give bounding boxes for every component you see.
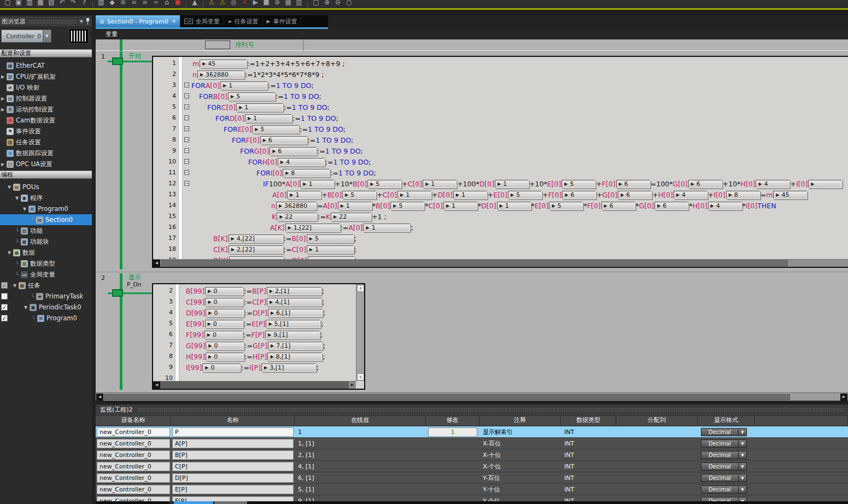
- collapse-arrow-icon[interactable]: ▼: [23, 305, 28, 310]
- variable-name-cell[interactable]: P: [171, 426, 295, 438]
- scroll-left-icon[interactable]: ◀: [96, 394, 103, 401]
- sidebar-item-motion-control-settings[interactable]: ▶⚙运动控制设置: [0, 104, 92, 115]
- contact-element[interactable]: [112, 57, 123, 65]
- value-box[interactable]: ▶45: [200, 60, 247, 68]
- value-box[interactable]: ▶0: [205, 298, 243, 306]
- value-box[interactable]: ▶22: [277, 213, 317, 221]
- device-name-value[interactable]: new_Controller_0: [97, 427, 170, 437]
- sidebar-item-ethercat[interactable]: ▦EtherCAT: [0, 60, 92, 71]
- expand-arrow-icon[interactable]: ▶: [0, 107, 5, 112]
- value-box[interactable]: ▶8,[1]: [267, 353, 322, 361]
- value-box[interactable]: ▶1,[22]: [285, 224, 340, 232]
- value-box[interactable]: ▶1: [453, 191, 487, 199]
- pin-icon[interactable]: [85, 18, 90, 25]
- variable-name-value[interactable]: C[P]: [172, 462, 294, 471]
- st-inline-box-1[interactable]: 1m▶45:=1+2+3+4+5+6+7+8+9 ;2n▶362880:=1*2…: [152, 56, 848, 268]
- value-box[interactable]: ▶362880: [276, 202, 317, 210]
- sidebar-item-cpu-rack[interactable]: ▶▥CPU/扩展机架: [0, 71, 92, 82]
- variable-name-value[interactable]: E[P]: [172, 485, 294, 494]
- rung-number[interactable]: 1: [101, 53, 105, 60]
- value-box[interactable]: ▶5: [367, 180, 401, 188]
- tree-item-global-variables[interactable]: └var全局变量: [0, 269, 92, 280]
- st-vscrollbar[interactable]: ∧ ∨: [356, 284, 364, 381]
- redo-icon[interactable]: ↷: [68, 0, 79, 8]
- st-hscrollbar[interactable]: ◀: [153, 259, 848, 267]
- value-box[interactable]: ▶6: [270, 147, 317, 155]
- value-box[interactable]: ▶4,[22]: [229, 235, 283, 243]
- checkbox-periodic-task0[interactable]: ✓: [1, 304, 8, 310]
- sidebar-item-controller-settings[interactable]: ▶▤控制器设置: [0, 93, 92, 104]
- collapse-box-icon[interactable]: −: [184, 137, 189, 142]
- tab-event-settings[interactable]: ▶事件设置: [263, 15, 302, 27]
- value-box[interactable]: ▶6: [260, 136, 307, 144]
- watch-row[interactable]: new_Controller_0C[P]4, [1]X-个位INTDecimal…: [96, 461, 848, 472]
- rung-number[interactable]: 2: [101, 274, 105, 282]
- value-box[interactable]: ▶5: [390, 202, 424, 210]
- variable-name-cell[interactable]: D[P]: [171, 472, 295, 484]
- editor-hscrollbar[interactable]: ◀ ▶: [96, 392, 848, 401]
- value-box[interactable]: ▶6: [618, 191, 652, 199]
- watch-row[interactable]: new_Controller_0E[P]5, [1]Y-十位INTDecimal…: [96, 484, 848, 495]
- print-icon[interactable]: ▤: [46, 0, 57, 8]
- st-hscrollbar[interactable]: ◀ ▶: [153, 381, 356, 389]
- collapse-box-icon[interactable]: −: [184, 148, 189, 153]
- tree-item-primary-task[interactable]: └▰PrimaryTask: [0, 291, 92, 302]
- value-box[interactable]: ▶1: [338, 202, 372, 210]
- chevron-down-icon[interactable]: ▼: [738, 486, 746, 493]
- value-box[interactable]: ▶4,[1]: [267, 298, 321, 306]
- collapse-arrow-icon[interactable]: ▼: [14, 196, 20, 201]
- sidebar-item-task-settings[interactable]: ▨任务设置: [0, 137, 92, 148]
- value-box[interactable]: ▶6: [601, 202, 635, 210]
- checkbox-task-program0[interactable]: ✓: [1, 315, 8, 321]
- value-box[interactable]: ▶0: [206, 309, 244, 317]
- sidebar-item-data-trace-settings[interactable]: ≈数据跟踪设置: [0, 148, 92, 159]
- device-name-cell[interactable]: new_Controller_0: [96, 461, 171, 472]
- controller-select[interactable]: _Controller_0 ▼: [1, 30, 51, 43]
- section-configuration[interactable]: 配置和设置: [0, 49, 92, 57]
- run-icon[interactable]: ▶: [250, 0, 261, 8]
- device-name-cell[interactable]: new_Controller_0: [96, 484, 171, 495]
- value-box[interactable]: ▶5: [562, 180, 595, 188]
- value-box[interactable]: ▶0: [202, 364, 241, 372]
- value-box[interactable]: ▶22: [331, 213, 371, 221]
- value-box[interactable]: ▶5: [307, 235, 354, 243]
- collapse-box-icon[interactable]: −: [184, 159, 189, 164]
- modify-cell[interactable]: 1: [426, 426, 479, 438]
- collapse-box-icon[interactable]: −: [184, 83, 189, 87]
- variable-table-icon[interactable]: ⊕: [118, 0, 128, 8]
- value-box[interactable]: ▶8: [283, 169, 330, 177]
- value-box[interactable]: ▶1: [307, 245, 354, 254]
- chevron-down-icon[interactable]: ▼: [738, 463, 746, 470]
- tree-item-tasks[interactable]: ✓▼▦任务: [0, 280, 92, 291]
- modify-cell[interactable]: [426, 472, 479, 484]
- value-box[interactable]: ▶0: [205, 320, 243, 328]
- variable-name-cell[interactable]: B[P]: [171, 449, 295, 461]
- watch-row[interactable]: new_Controller_0B[P]2, [1]X-十位INTDecimal…: [96, 449, 848, 461]
- display-format-select[interactable]: Decimal▼: [701, 428, 747, 436]
- variable-name-value[interactable]: D[P]: [172, 473, 294, 483]
- pointer-icon[interactable]: ◆: [107, 0, 118, 8]
- value-box[interactable]: ▶6: [562, 191, 596, 199]
- help-icon[interactable]: ?: [79, 0, 90, 8]
- value-box[interactable]: ▶8: [726, 191, 760, 199]
- column-header-1[interactable]: 设备名称: [96, 416, 171, 425]
- tree-item-programs[interactable]: ▼▣程序: [0, 192, 92, 203]
- modify-cell[interactable]: [426, 461, 479, 472]
- sidebar-item-opc-ua-settings[interactable]: ▶□OPC UA设置: [0, 159, 92, 169]
- value-box[interactable]: ▶0: [206, 342, 244, 350]
- column-header-6[interactable]: 数据类型: [561, 416, 616, 425]
- display-format-select[interactable]: Decimal▼: [701, 439, 747, 448]
- build-warning-icon[interactable]: ⚠: [206, 0, 217, 8]
- watch-row[interactable]: new_Controller_0P11显示解索引INTDecimal▼: [96, 426, 848, 438]
- scrollbar-thumb[interactable]: [104, 394, 790, 400]
- value-box[interactable]: ▶1: [497, 202, 531, 210]
- variable-name-value[interactable]: B[P]: [172, 450, 294, 460]
- collapse-arrow-icon[interactable]: ▼: [12, 283, 17, 288]
- scroll-up-icon[interactable]: ∧: [357, 285, 364, 292]
- value-box[interactable]: ▶45: [773, 191, 807, 199]
- chevron-down-icon[interactable]: ▼: [738, 440, 746, 447]
- tree-item-data[interactable]: ▼▦数据: [0, 247, 92, 258]
- stop-monitor-icon[interactable]: ✕: [239, 0, 250, 8]
- value-box[interactable]: ▶2,[22]: [229, 245, 283, 254]
- column-header-4[interactable]: 修改: [426, 416, 479, 425]
